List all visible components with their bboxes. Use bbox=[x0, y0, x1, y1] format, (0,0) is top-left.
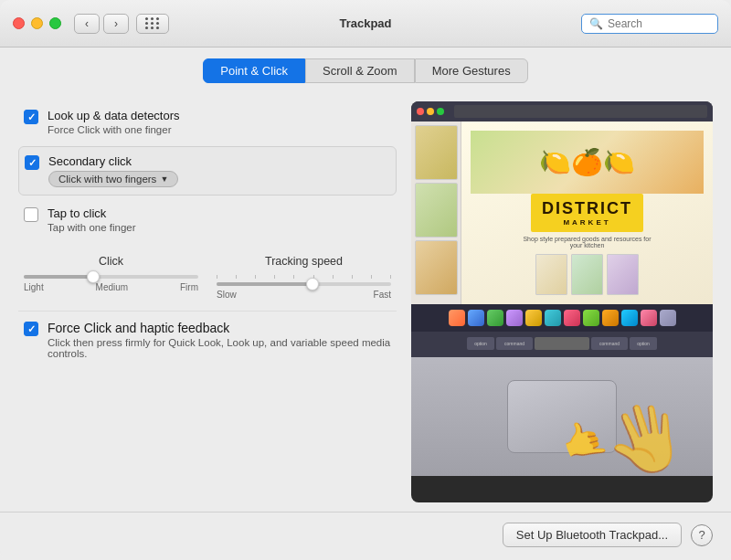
dock-icon-4 bbox=[506, 310, 523, 326]
secondary-click-row: Secondary click Click with two fingers ▼ bbox=[18, 146, 397, 195]
window-title: Trackpad bbox=[339, 16, 391, 30]
force-click-row: Force Click and haptic feedback Click th… bbox=[18, 311, 397, 368]
key-command-right: command bbox=[591, 337, 628, 350]
dock-icon-5 bbox=[525, 310, 542, 326]
key-option-left: option bbox=[467, 337, 494, 350]
titlebar: ‹ › Trackpad 🔍 bbox=[0, 0, 731, 48]
preview-trackpad-area: 🤙 🖐 bbox=[411, 357, 713, 476]
preview-page-grid bbox=[535, 254, 639, 295]
tracking-label-slow: Slow bbox=[217, 290, 237, 300]
look-up-row: Look up & data detectors Force Click wit… bbox=[18, 101, 397, 143]
dock-icon-10 bbox=[621, 310, 638, 326]
click-label-firm: Firm bbox=[180, 282, 198, 292]
secondary-click-text: Secondary click Click with two fingers ▼ bbox=[48, 154, 178, 187]
dock-icon-11 bbox=[641, 310, 657, 326]
force-click-sublabel: Click then press firmly for Quick Look, … bbox=[48, 337, 391, 359]
key-spacebar bbox=[535, 337, 589, 350]
look-up-sublabel: Force Click with one finger bbox=[48, 124, 180, 135]
secondary-click-dropdown[interactable]: Click with two fingers ▼ bbox=[48, 171, 178, 187]
secondary-click-checkbox[interactable] bbox=[25, 155, 39, 170]
nav-buttons: ‹ › bbox=[74, 14, 129, 34]
preview-image: 🍋🍊🍋 DISTRICT MARKET Shop style prepared … bbox=[411, 101, 713, 502]
dock-icon-1 bbox=[449, 310, 465, 326]
click-slider-thumb[interactable] bbox=[87, 270, 100, 283]
main-content: Look up & data detectors Force Click wit… bbox=[0, 92, 731, 512]
tracking-label-fast: Fast bbox=[374, 290, 391, 300]
look-up-text: Look up & data detectors Force Click wit… bbox=[48, 109, 180, 135]
dock-icon-12 bbox=[660, 310, 676, 326]
tracking-slider-thumb[interactable] bbox=[306, 278, 319, 291]
left-panel: Look up & data detectors Force Click wit… bbox=[18, 101, 397, 502]
minimize-button[interactable] bbox=[31, 17, 43, 29]
tabbar: Point & Click Scroll & Zoom More Gesture… bbox=[0, 48, 731, 92]
bluetooth-trackpad-button[interactable]: Set Up Bluetooth Trackpad... bbox=[503, 523, 682, 547]
market-subtitle: MARKET bbox=[542, 218, 632, 227]
tap-to-click-sublabel: Tap with one finger bbox=[48, 222, 136, 233]
preview-sidebar bbox=[411, 122, 461, 304]
dropdown-value: Click with two fingers bbox=[58, 174, 156, 185]
sliders-section: Click Light Medium Firm Tracking speed bbox=[18, 244, 397, 303]
traffic-lights bbox=[13, 17, 61, 29]
force-click-label: Force Click and haptic feedback bbox=[48, 321, 391, 335]
click-label-medium: Medium bbox=[96, 282, 129, 292]
tap-to-click-text: Tap to click Tap with one finger bbox=[48, 206, 136, 233]
click-label-light: Light bbox=[24, 282, 44, 292]
dock-icon-6 bbox=[545, 310, 561, 326]
force-click-checkbox[interactable] bbox=[24, 322, 38, 336]
dock-icon-7 bbox=[564, 310, 580, 326]
dock-icon-3 bbox=[487, 310, 503, 326]
tracking-slider-title: Tracking speed bbox=[217, 255, 391, 268]
click-slider-labels: Light Medium Firm bbox=[24, 282, 198, 292]
apps-button[interactable] bbox=[136, 14, 169, 34]
right-panel: 🍋🍊🍋 DISTRICT MARKET Shop style prepared … bbox=[411, 101, 713, 502]
dock-icon-2 bbox=[468, 310, 484, 326]
preview-fruit-image: 🍋🍊🍋 bbox=[471, 131, 704, 194]
district-title: DISTRICT bbox=[542, 199, 632, 218]
keyboard-row-1: option command command option bbox=[415, 337, 709, 350]
bottombar: Set Up Bluetooth Trackpad... ? bbox=[0, 512, 731, 557]
key-option-right: option bbox=[630, 337, 657, 350]
help-button[interactable]: ? bbox=[691, 524, 713, 546]
click-slider-track[interactable] bbox=[24, 275, 198, 279]
dock-icon-9 bbox=[602, 310, 619, 326]
preview-dock bbox=[411, 304, 713, 332]
tracking-slider-fill bbox=[217, 282, 313, 286]
tap-to-click-checkbox[interactable] bbox=[24, 207, 38, 222]
close-button[interactable] bbox=[13, 17, 25, 29]
preview-min-dot bbox=[427, 108, 434, 115]
preview-close-dot bbox=[417, 108, 424, 115]
click-slider-group: Click Light Medium Firm bbox=[24, 255, 198, 300]
preview-thumb-2 bbox=[415, 183, 458, 238]
tracking-slider-labels: Slow Fast bbox=[217, 290, 391, 300]
dock-icon-8 bbox=[583, 310, 599, 326]
tracking-slider-group: Tracking speed Slow Fast bbox=[217, 255, 391, 300]
tab-point-click[interactable]: Point & Click bbox=[203, 58, 305, 83]
look-up-checkbox[interactable] bbox=[24, 110, 38, 124]
search-input[interactable] bbox=[608, 17, 710, 30]
secondary-click-label: Secondary click bbox=[48, 154, 178, 168]
click-slider-title: Click bbox=[24, 255, 198, 268]
preview-thumb-3 bbox=[415, 240, 458, 295]
preview-tagline: Shop style prepared goods and resources … bbox=[519, 236, 656, 248]
key-command-left: command bbox=[496, 337, 533, 350]
maximize-button[interactable] bbox=[49, 17, 61, 29]
preview-max-dot bbox=[437, 108, 444, 115]
search-box[interactable]: 🔍 bbox=[581, 14, 718, 34]
back-button[interactable]: ‹ bbox=[74, 14, 100, 34]
search-icon: 🔍 bbox=[589, 17, 603, 30]
dropdown-arrow-icon: ▼ bbox=[160, 174, 168, 184]
tab-more-gestures[interactable]: More Gestures bbox=[415, 58, 528, 83]
force-click-text: Force Click and haptic feedback Click th… bbox=[48, 321, 391, 359]
preview-keyboard: option command command option bbox=[411, 332, 713, 357]
tab-scroll-zoom[interactable]: Scroll & Zoom bbox=[305, 58, 415, 83]
preview-main-area: 🍋🍊🍋 DISTRICT MARKET Shop style prepared … bbox=[461, 122, 713, 304]
preview-thumb-1 bbox=[415, 125, 458, 180]
forward-button[interactable]: › bbox=[103, 14, 129, 34]
click-slider-fill bbox=[24, 275, 93, 279]
preview-district-block: DISTRICT MARKET bbox=[531, 194, 643, 232]
tap-to-click-row: Tap to click Tap with one finger bbox=[18, 199, 397, 240]
look-up-label: Look up & data detectors bbox=[48, 109, 180, 122]
tracking-slider-track[interactable] bbox=[217, 282, 391, 286]
tap-to-click-label: Tap to click bbox=[48, 206, 136, 220]
preview-window-chrome bbox=[411, 101, 713, 122]
